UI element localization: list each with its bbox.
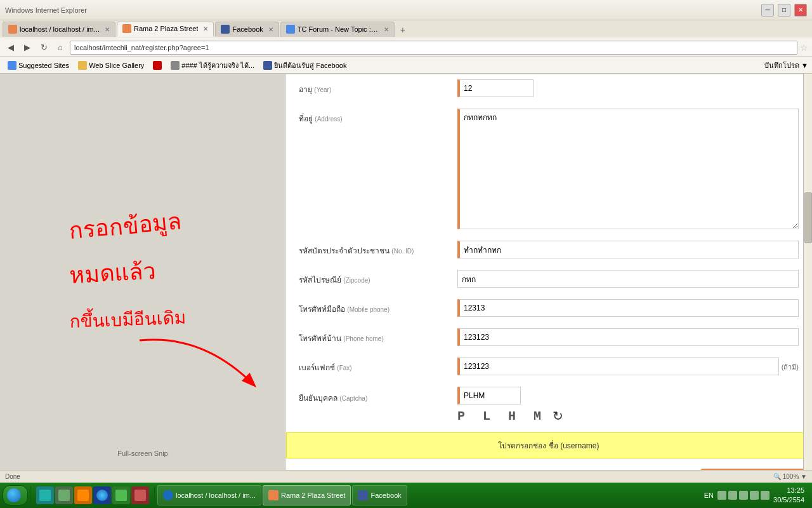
svg-text:กรอกข้อมูล: กรอกข้อมูล [68, 209, 183, 245]
tab-close-localhost[interactable]: ✕ [105, 26, 110, 33]
content-area: กรอกข้อมูล หมดแล้ว กขึ้นเบมีอีนเดิม Full… [0, 74, 812, 470]
mobile-input[interactable] [457, 299, 799, 317]
national-id-row: รหัสบัตรประจำตัวประชาชน (No. ID) [286, 238, 811, 261]
home-button[interactable]: ⌂ [53, 41, 67, 55]
bookmarks-bar: Suggested Sites Web Slice Gallery #### ไ… [0, 57, 812, 74]
maximize-button[interactable]: □ [778, 4, 790, 17]
tab-favicon-localhost [8, 25, 17, 34]
title-bar-left: Windows Internet Explorer [5, 6, 87, 14]
bookmark-icon-fb [263, 61, 272, 70]
taskbar-btn-localhost-label: localhost / localhost / im... [176, 491, 256, 499]
minimize-button[interactable]: ─ [761, 4, 774, 17]
bookmark-webslice[interactable]: Web Slice Gallery [74, 60, 148, 71]
quicklaunch-icon-1[interactable] [36, 486, 54, 504]
bookmark-baidu[interactable] [149, 60, 166, 71]
form-section: อายุ (Year) ที่อยู่ (Address) กทกทกทก [285, 74, 812, 470]
tab-label-tcforum: TC Forum - New Topic :: ... [298, 25, 379, 33]
system-tray: EN 13:25 30/5/2554 [699, 486, 809, 505]
quicklaunch-icon-4[interactable] [93, 486, 111, 504]
age-label-th: อายุ [299, 85, 312, 94]
zipcode-label-en: (Zipcode) [343, 277, 370, 284]
taskbar-btn-localhost[interactable]: localhost / localhost / im... [157, 485, 261, 505]
forward-button[interactable]: ▶ [20, 41, 34, 55]
tab-close-rama2[interactable]: ✕ [203, 25, 208, 32]
tray-notification-icon [761, 491, 769, 500]
register-btn-row: ลงทะเบียนเที่ยวนี้ [286, 465, 811, 470]
bookmark-icon-baidu [153, 61, 162, 70]
bookmark-suggested[interactable]: Suggested Sites [4, 60, 73, 71]
tray-icons [717, 491, 769, 500]
address-text: localhost/imtechli_nat/register.php?agre… [74, 44, 793, 51]
bookmark-fb[interactable]: ยินดีต้อนรับสู่ Facebook [259, 58, 350, 72]
fax-label: เบอร์แฟกซ์ (Fax) [299, 358, 457, 373]
address-bar[interactable]: localhost/imtechli_nat/register.php?agre… [70, 41, 797, 55]
address-row: ที่อยู่ (Address) กทกทกทก [286, 106, 811, 232]
error-message: โปรดกรอกช่อง ชื่อ (username) [498, 441, 599, 450]
quicklaunch-icon-2[interactable] [55, 486, 73, 504]
zipcode-label: รหัสไปรษณีย์ (Zipcode) [299, 270, 457, 286]
age-input[interactable] [457, 79, 534, 97]
bookmark-label-webslice: Web Slice Gallery [89, 62, 144, 69]
address-input[interactable]: กทกทกทก [457, 109, 799, 229]
start-button[interactable] [3, 485, 28, 505]
captcha-input[interactable] [457, 387, 521, 404]
zipcode-label-th: รหัสไปรษณีย์ [299, 276, 341, 284]
new-tab-button[interactable]: + [396, 23, 410, 37]
quicklaunch-icon-6[interactable] [131, 486, 149, 504]
age-label-en: (Year) [314, 86, 331, 93]
zoom-level: 🔍 100% ▼ [773, 473, 807, 480]
tab-facebook[interactable]: Facebook ✕ [215, 22, 278, 37]
status-bar: Done 🔍 100% ▼ [0, 470, 812, 483]
taskbar-btn-rama2[interactable]: Rama 2 Plaza Street [263, 485, 351, 505]
mobile-row: โทรศัพท์มือถือ (Mobile phone) [286, 297, 811, 319]
taskbar-btn-facebook[interactable]: Facebook [352, 485, 407, 505]
fax-label-en: (Fax) [337, 364, 351, 371]
zipcode-row: รหัสไปรษณีย์ (Zipcode) [286, 267, 811, 290]
tray-battery-icon [739, 491, 748, 500]
bookmark-icon-hash [171, 61, 180, 70]
captcha-input-row: ยืนยันบุคคล (Captcha) [299, 387, 521, 404]
tab-rama2[interactable]: Rama 2 Plaza Street ✕ [117, 22, 214, 37]
refresh-button[interactable]: ↻ [37, 41, 51, 55]
address-label-en: (Address) [315, 116, 342, 123]
phone-label-th: โทรศัพท์บ้าน [299, 334, 341, 343]
bookmark-icon-suggested [8, 61, 16, 70]
scrollbar[interactable] [803, 74, 812, 470]
bookmark-hash[interactable]: #### ได้รู้ความจริง ได้... [167, 58, 258, 72]
age-label: อายุ (Year) [299, 79, 457, 95]
tab-localhost[interactable]: localhost / localhost / im... ✕ [3, 22, 115, 37]
national-id-label: รหัสบัตรประจำตัวประชาชน (No. ID) [299, 241, 457, 257]
fax-row: เบอร์แฟกซ์ (Fax) (ถ้ามี) [286, 355, 811, 378]
quicklaunch-icon-5[interactable] [112, 486, 130, 504]
captcha-refresh-button[interactable]: ↻ [553, 408, 563, 424]
zipcode-input[interactable] [457, 270, 799, 288]
mobile-label: โทรศัพท์มือถือ (Mobile phone) [299, 299, 457, 315]
bookmark-label-fb: ยินดีต้อนรับสู่ Facebook [274, 60, 346, 71]
tab-tcforum[interactable]: TC Forum - New Topic :: ... ✕ [280, 22, 395, 37]
tab-close-facebook[interactable]: ✕ [268, 26, 273, 33]
taskbar-separator-2 [154, 486, 155, 504]
favorite-star-button[interactable]: ☆ [800, 43, 808, 53]
captcha-display-row: P L H M ↻ [457, 408, 563, 424]
mobile-label-th: โทรศัพท์มือถือ [299, 305, 345, 314]
register-button[interactable]: ลงทะเบียนเที่ยวนี้ [700, 469, 805, 470]
tray-time: 13:25 [773, 486, 804, 495]
fax-input[interactable] [457, 358, 779, 375]
phone-label-en: (Phone home) [343, 335, 383, 342]
tab-favicon-facebook [221, 25, 230, 34]
address-label-th: ที่อยู่ [299, 114, 313, 123]
tab-close-tcforum[interactable]: ✕ [384, 26, 389, 33]
favorites-folder[interactable]: บันทึกโปรด ▼ [764, 60, 808, 71]
tab-favicon-rama2 [122, 24, 131, 33]
snip-label: Full-screen Snip [117, 450, 167, 457]
national-id-input[interactable] [457, 241, 799, 258]
quicklaunch-icon-3[interactable] [74, 486, 92, 504]
close-button[interactable]: ✕ [794, 4, 807, 17]
back-button[interactable]: ◀ [4, 41, 18, 55]
browser-title: Windows Internet Explorer [5, 6, 87, 14]
scrollbar-thumb[interactable] [804, 192, 812, 243]
phone-input[interactable] [457, 328, 799, 346]
svg-text:หมดแล้ว: หมดแล้ว [69, 258, 156, 288]
address-label: ที่อยู่ (Address) [299, 109, 457, 124]
favorites-label: บันทึกโปรด [764, 60, 799, 71]
